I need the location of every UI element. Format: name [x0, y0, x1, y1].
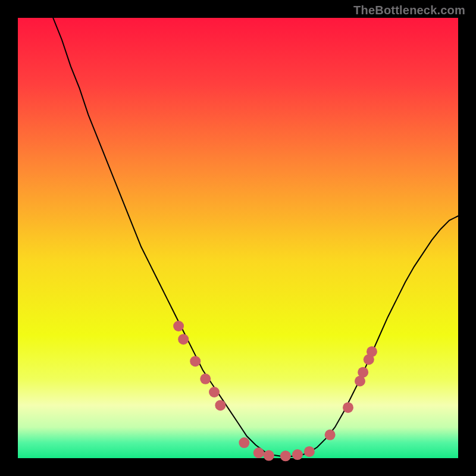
- curve-marker: [292, 449, 303, 460]
- bottleneck-chart: [0, 0, 476, 476]
- curve-marker: [190, 356, 201, 367]
- curve-marker: [178, 334, 189, 345]
- curve-marker: [304, 446, 315, 457]
- curve-marker: [173, 321, 184, 331]
- curve-marker: [215, 400, 226, 411]
- curve-marker: [239, 437, 249, 448]
- curve-marker: [253, 447, 264, 458]
- plot-background: [18, 18, 458, 458]
- curve-marker: [358, 367, 368, 378]
- curve-marker: [200, 374, 211, 384]
- curve-marker: [367, 346, 377, 357]
- chart-frame: TheBottleneck.com: [0, 0, 476, 476]
- curve-marker: [209, 387, 220, 397]
- curve-marker: [325, 430, 336, 440]
- curve-marker: [264, 450, 274, 461]
- curve-marker: [280, 450, 291, 461]
- curve-marker: [343, 402, 353, 413]
- watermark-text: TheBottleneck.com: [353, 4, 465, 17]
